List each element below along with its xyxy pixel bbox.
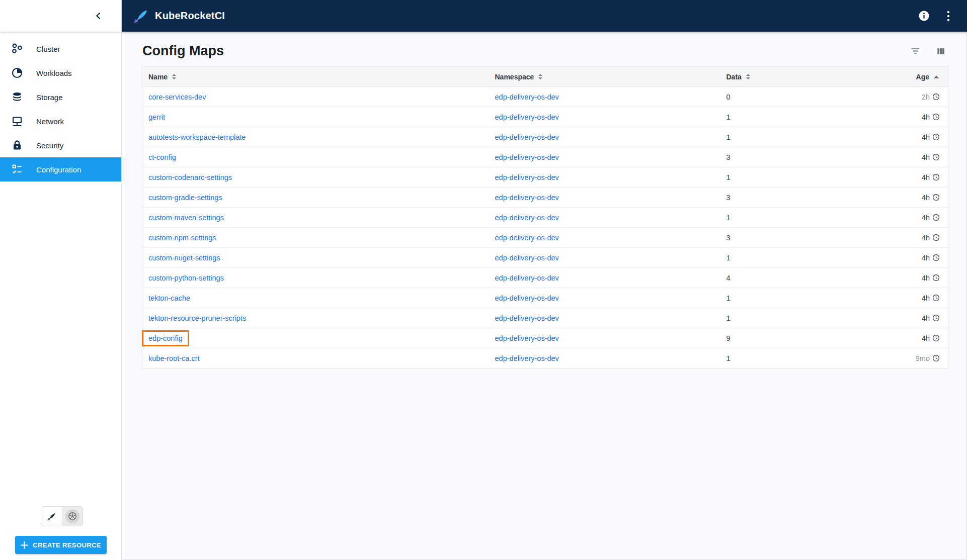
network-icon <box>11 115 23 127</box>
sidebar-item-network[interactable]: Network <box>0 109 121 133</box>
quill-theme-icon <box>47 512 56 521</box>
configmap-link[interactable]: custom-nuget-settings <box>148 254 220 262</box>
data-count: 3 <box>727 194 731 202</box>
namespace-link[interactable]: edp-delivery-os-dev <box>495 254 559 262</box>
data-count: 1 <box>727 113 731 121</box>
page-head: Config Maps <box>142 43 948 59</box>
sidebar-item-configuration[interactable]: Configuration <box>0 157 121 181</box>
create-resource-label: CREATE RESOURCE <box>33 541 101 549</box>
age-value: 4h <box>922 153 930 161</box>
info-button[interactable] <box>916 8 932 24</box>
namespace-link[interactable]: edp-delivery-os-dev <box>495 113 559 121</box>
sidebar-item-storage[interactable]: Storage <box>0 85 121 109</box>
column-header-namespace[interactable]: Namespace <box>489 67 720 87</box>
configmap-link[interactable]: tekton-cache <box>148 294 190 302</box>
age-value: 4h <box>922 234 930 242</box>
configmap-link[interactable]: custom-maven-settings <box>148 214 224 222</box>
namespace-link[interactable]: edp-delivery-os-dev <box>495 314 559 322</box>
clock-icon <box>932 294 940 302</box>
table-row: ct-configedp-delivery-os-dev34h <box>142 147 948 167</box>
data-count: 1 <box>727 173 731 181</box>
age-value: 4h <box>922 113 930 121</box>
configmap-link[interactable]: ct-config <box>148 153 176 161</box>
data-count: 1 <box>727 314 731 322</box>
age-value: 9mo <box>916 354 930 362</box>
configmap-link[interactable]: tekton-resource-pruner-scripts <box>148 314 246 322</box>
table-head: NameNamespaceDataAge <box>142 67 948 87</box>
main-content: Config Maps NameNamespaceDataAge core-se… <box>122 32 967 560</box>
sidebar-item-cluster[interactable]: Cluster <box>0 37 121 61</box>
age-value: 4h <box>922 274 930 282</box>
clock-icon <box>932 153 940 161</box>
column-header-age[interactable]: Age <box>826 67 948 87</box>
table-row: autotests-workspace-templateedp-delivery… <box>142 127 948 147</box>
namespace-link[interactable]: edp-delivery-os-dev <box>495 274 559 282</box>
rocket-quill-icon <box>133 8 149 24</box>
column-header-name[interactable]: Name <box>142 67 489 87</box>
theme-toggle-kuberocketci[interactable] <box>41 507 62 526</box>
column-label: Age <box>916 73 929 81</box>
data-count: 0 <box>727 93 731 101</box>
filter-button[interactable] <box>908 44 923 58</box>
more-menu-button[interactable] <box>945 9 952 24</box>
data-count: 1 <box>727 133 731 141</box>
age-value: 4h <box>922 254 930 262</box>
app-bar: KubeRocketCI <box>122 0 967 32</box>
column-header-data[interactable]: Data <box>720 67 826 87</box>
sort-icon <box>746 74 750 79</box>
data-count: 1 <box>727 254 731 262</box>
namespace-link[interactable]: edp-delivery-os-dev <box>495 93 559 101</box>
clock-icon <box>932 334 940 342</box>
namespace-link[interactable]: edp-delivery-os-dev <box>495 133 559 141</box>
data-count: 1 <box>727 214 731 222</box>
namespace-link[interactable]: edp-delivery-os-dev <box>495 294 559 302</box>
sidebar-item-label: Network <box>36 117 64 126</box>
configmap-link[interactable]: core-services-dev <box>148 93 206 101</box>
sidebar-item-label: Configuration <box>36 165 81 174</box>
age-value: 4h <box>922 294 930 302</box>
table-row: core-services-devedp-delivery-os-dev02h <box>142 87 948 107</box>
cluster-icon <box>11 43 23 55</box>
configmap-link[interactable]: custom-gradle-settings <box>148 194 222 202</box>
filter-icon <box>910 46 921 56</box>
column-label: Name <box>148 73 168 81</box>
table-toolbar <box>908 44 948 58</box>
namespace-link[interactable]: edp-delivery-os-dev <box>495 214 559 222</box>
configmap-link-highlighted[interactable]: edp-config <box>142 330 189 346</box>
configmap-link[interactable]: custom-python-settings <box>148 274 224 282</box>
table-row: gerritedp-delivery-os-dev14h <box>142 107 948 127</box>
namespace-link[interactable]: edp-delivery-os-dev <box>495 194 559 202</box>
namespace-link[interactable]: edp-delivery-os-dev <box>495 173 559 181</box>
data-count: 1 <box>727 294 731 302</box>
clock-icon <box>932 133 940 141</box>
namespace-link[interactable]: edp-delivery-os-dev <box>495 334 559 342</box>
table-row: custom-npm-settingsedp-delivery-os-dev34… <box>142 228 948 248</box>
columns-button[interactable] <box>934 44 948 58</box>
namespace-link[interactable]: edp-delivery-os-dev <box>495 354 559 362</box>
configmap-link[interactable]: custom-npm-settings <box>148 234 216 242</box>
namespace-link[interactable]: edp-delivery-os-dev <box>495 153 559 161</box>
create-resource-button[interactable]: CREATE RESOURCE <box>15 536 107 554</box>
column-label: Data <box>727 73 742 81</box>
sidebar: ClusterWorkloadsStorageNetworkSecurityCo… <box>0 0 122 560</box>
configmap-link[interactable]: custom-codenarc-settings <box>148 173 232 181</box>
data-count: 3 <box>727 153 731 161</box>
app-title: KubeRocketCI <box>155 10 225 22</box>
sidebar-item-label: Storage <box>36 93 63 102</box>
sidebar-item-label: Workloads <box>36 69 72 77</box>
age-value: 4h <box>922 214 930 222</box>
age-value: 4h <box>922 334 930 342</box>
configmap-link[interactable]: gerrit <box>148 113 165 121</box>
configmap-link[interactable]: kube-root-ca.crt <box>148 354 200 362</box>
age-value: 4h <box>922 173 930 181</box>
clock-icon <box>932 234 940 241</box>
sidebar-item-workloads[interactable]: Workloads <box>0 61 121 85</box>
info-icon <box>918 10 930 22</box>
table-row: kube-root-ca.crtedp-delivery-os-dev19mo <box>142 348 948 368</box>
chevron-left-icon[interactable] <box>92 9 105 23</box>
configmap-link[interactable]: autotests-workspace-template <box>148 133 246 141</box>
namespace-link[interactable]: edp-delivery-os-dev <box>495 234 559 242</box>
theme-toggle-kubernetes[interactable] <box>62 507 83 526</box>
sidebar-item-security[interactable]: Security <box>0 133 121 157</box>
clock-icon <box>932 194 940 201</box>
